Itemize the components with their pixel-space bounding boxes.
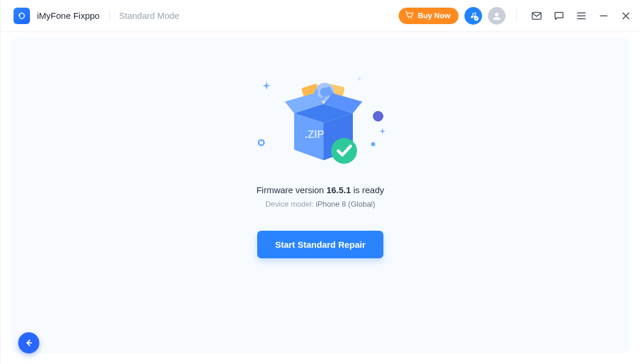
cart-icon bbox=[405, 10, 414, 21]
main-panel: .ZIP Firmware version 16.5.1 is ready De… bbox=[11, 38, 629, 353]
feedback-icon[interactable] bbox=[552, 9, 566, 23]
app-logo-icon bbox=[14, 8, 30, 24]
device-model-text: Device model: iPhone 8 (Global) bbox=[265, 200, 375, 208]
firmware-illustration: .ZIP bbox=[259, 76, 382, 176]
buy-now-label: Buy Now bbox=[417, 11, 450, 20]
device-model-label: Device model: bbox=[265, 200, 316, 208]
back-button[interactable] bbox=[18, 332, 39, 353]
box-label: .ZIP bbox=[305, 129, 324, 140]
firmware-suffix: is ready bbox=[351, 185, 385, 195]
app-window: iMyFone Fixppo Standard Mode Buy Now bbox=[0, 0, 640, 364]
close-button[interactable] bbox=[619, 9, 633, 23]
title-bar: iMyFone Fixppo Standard Mode Buy Now bbox=[1, 0, 640, 32]
window-controls bbox=[511, 9, 633, 23]
firmware-version: 16.5.1 bbox=[326, 185, 351, 195]
app-title: iMyFone Fixppo bbox=[37, 11, 100, 21]
menu-icon[interactable] bbox=[574, 9, 588, 23]
firmware-prefix: Firmware version bbox=[257, 185, 326, 195]
minimize-button[interactable] bbox=[597, 9, 611, 23]
separator bbox=[109, 10, 110, 22]
start-repair-label: Start Standard Repair bbox=[275, 240, 365, 250]
firmware-status-text: Firmware version 16.5.1 is ready bbox=[257, 185, 385, 195]
content-area: .ZIP Firmware version 16.5.1 is ready De… bbox=[1, 32, 640, 364]
svg-point-1 bbox=[411, 17, 412, 18]
account-icon[interactable] bbox=[488, 7, 506, 25]
device-model-value: iPhone 8 (Global) bbox=[316, 200, 375, 208]
svg-point-11 bbox=[331, 138, 357, 164]
mode-label: Standard Mode bbox=[119, 11, 180, 21]
mail-icon[interactable] bbox=[530, 9, 544, 23]
music-icon[interactable] bbox=[464, 7, 482, 25]
buy-now-button[interactable]: Buy Now bbox=[399, 8, 459, 24]
svg-point-4 bbox=[495, 12, 498, 16]
svg-point-0 bbox=[408, 17, 409, 18]
separator bbox=[516, 9, 517, 22]
start-repair-button[interactable]: Start Standard Repair bbox=[257, 231, 383, 258]
